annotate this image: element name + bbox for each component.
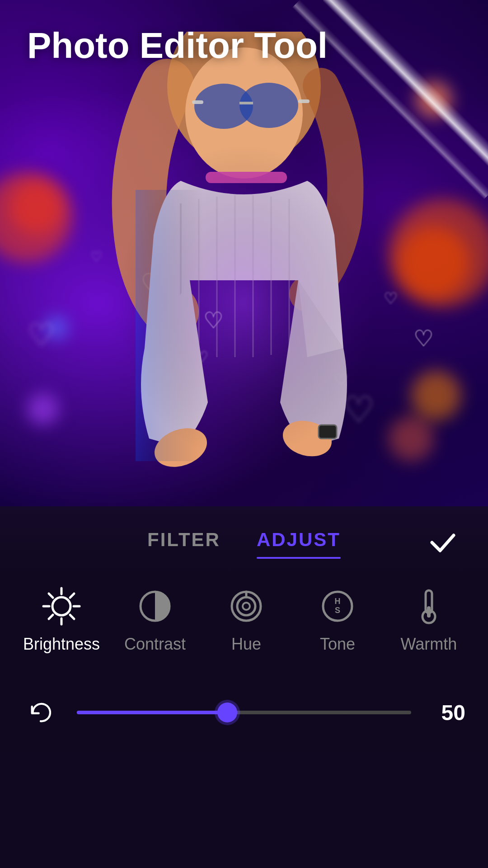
person-figure [90,32,398,506]
brightness-slider[interactable] [77,711,411,714]
tab-adjust[interactable]: ADJUST [257,529,341,559]
confirm-button[interactable] [425,524,461,561]
tabs-bar: FILTER ADJUST [0,506,488,559]
heart-bokeh: ♡ [413,326,434,352]
tone-icon: H S [317,586,358,627]
svg-line-26 [70,615,74,619]
svg-line-28 [49,615,53,619]
hue-icon [226,586,267,627]
svg-rect-39 [427,606,431,618]
tool-brightness[interactable]: Brightness [23,586,100,654]
svg-text:S: S [335,606,340,615]
slider-fill [77,711,227,714]
reset-button[interactable] [23,694,59,731]
svg-point-20 [52,597,70,615]
warmth-icon [408,586,449,627]
svg-rect-5 [298,99,310,103]
svg-point-32 [243,603,250,610]
slider-thumb[interactable] [217,703,237,722]
svg-rect-4 [192,100,203,104]
svg-line-27 [70,594,74,598]
brightness-icon [41,586,82,627]
tool-contrast[interactable]: Contrast [119,586,191,654]
svg-text:H: H [334,597,340,606]
app-title: Photo Editor Tool [27,25,328,66]
bokeh-orb [411,371,461,420]
tool-warmth[interactable]: Warmth [393,586,465,654]
tools-row: Brightness Contrast [0,559,488,672]
tool-tone[interactable]: H S Tone [301,586,374,654]
tab-filter[interactable]: FILTER [147,529,221,559]
svg-point-3 [239,83,298,128]
heart-bokeh: ♡ [27,316,56,354]
bokeh-orb [27,393,59,425]
warmth-label: Warmth [401,635,457,654]
photo-area: ♡ ♡ ♡ ♡ ♡ ♡ ♡ ♡ ♡ [0,0,488,506]
slider-row: 50 [0,681,488,744]
slider-value: 50 [429,700,465,725]
svg-point-31 [237,597,255,615]
svg-rect-19 [136,190,203,461]
svg-line-25 [49,594,53,598]
bottom-panel: FILTER ADJUST [0,506,488,868]
tool-hue[interactable]: Hue [210,586,282,654]
contrast-icon [135,586,175,627]
contrast-label: Contrast [124,635,186,654]
app: ♡ ♡ ♡ ♡ ♡ ♡ ♡ ♡ ♡ [0,0,488,868]
brightness-label: Brightness [23,635,100,654]
hue-label: Hue [231,635,261,654]
tone-label: Tone [320,635,355,654]
